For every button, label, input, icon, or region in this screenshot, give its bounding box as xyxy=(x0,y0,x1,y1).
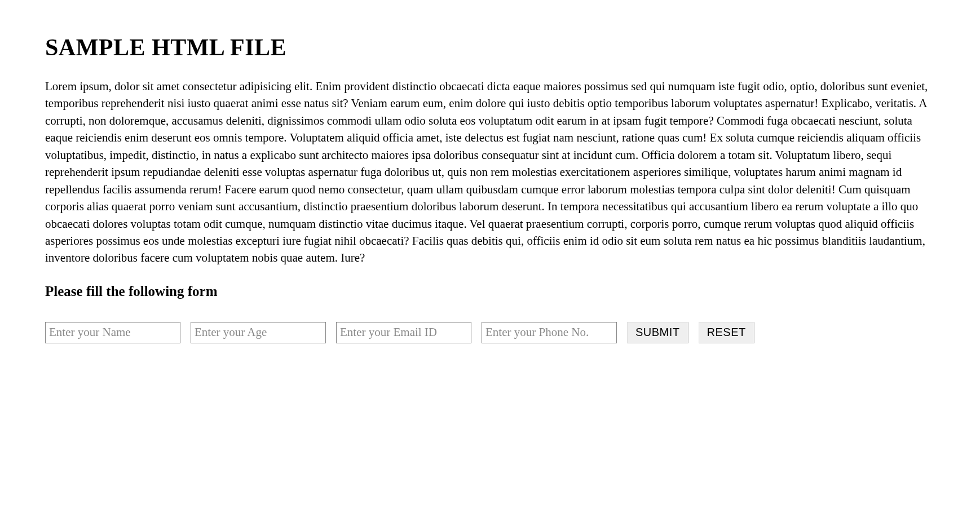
form-heading: Please fill the following form xyxy=(45,284,935,299)
reset-button[interactable]: RESET xyxy=(699,322,754,343)
form-row: SUBMIT RESET xyxy=(45,322,935,343)
submit-button[interactable]: SUBMIT xyxy=(627,322,688,343)
page-title: SAMPLE HTML FILE xyxy=(45,34,935,61)
name-field[interactable] xyxy=(45,322,180,343)
body-paragraph: Lorem ipsum, dolor sit amet consectetur … xyxy=(45,78,935,267)
phone-field[interactable] xyxy=(482,322,617,343)
email-field[interactable] xyxy=(336,322,471,343)
age-field[interactable] xyxy=(191,322,326,343)
